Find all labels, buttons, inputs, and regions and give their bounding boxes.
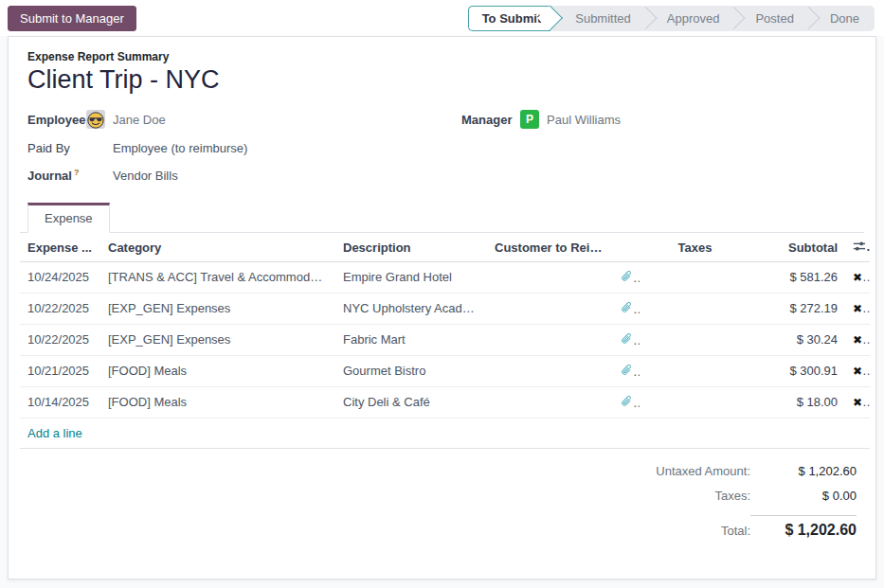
cell-customer[interactable]: [487, 355, 613, 386]
delete-line-icon[interactable]: ✖: [853, 364, 870, 378]
cell-date[interactable]: 10/22/2025: [20, 293, 100, 324]
notebook-tabs: Expense: [20, 203, 864, 233]
untaxed-amount-value: $ 1,202.60: [750, 464, 857, 478]
manager-avatar: P: [520, 110, 539, 129]
cell-subtotal[interactable]: $ 30.24: [750, 324, 845, 355]
total-value: $ 1,202.60: [750, 515, 857, 539]
submit-to-manager-button[interactable]: Submit to Manager: [8, 6, 136, 31]
cell-category[interactable]: [FOOD] Meals: [100, 355, 335, 386]
expense-row[interactable]: 10/24/2025 [TRANS & ACC] Travel & Accomm…: [20, 261, 870, 293]
cell-date[interactable]: 10/24/2025: [20, 261, 100, 293]
paperclip-icon[interactable]: [621, 332, 633, 347]
cell-subtotal[interactable]: $ 272.19: [750, 293, 845, 324]
cell-customer[interactable]: [487, 293, 613, 324]
paid-by-label: Paid By: [27, 141, 86, 155]
cell-category[interactable]: [EXP_GEN] Expenses: [100, 324, 335, 355]
col-header-expense-date[interactable]: Expense ...: [20, 233, 100, 261]
cell-attachment: [613, 355, 640, 386]
cell-attachment: [613, 324, 640, 355]
cell-taxes[interactable]: [640, 355, 750, 386]
employee-label: Employee: [27, 113, 86, 127]
tab-expense[interactable]: Expense: [27, 203, 110, 233]
delete-line-icon[interactable]: ✖: [853, 301, 870, 315]
untaxed-amount-label: Untaxed Amount:: [656, 464, 750, 478]
statusbar-step-posted[interactable]: Posted: [734, 6, 808, 31]
totals-section: Untaxed Amount: $ 1,202.60 Taxes: $ 0.00…: [20, 464, 864, 549]
total-row: Total: $ 1,202.60: [721, 513, 857, 539]
manager-value[interactable]: Paul Williams: [547, 113, 621, 127]
taxes-row: Taxes: $ 0.00: [714, 489, 857, 503]
col-header-description[interactable]: Description: [335, 233, 487, 261]
expense-row[interactable]: 10/21/2025 [FOOD] Meals Gourmet Bistro $…: [20, 355, 870, 386]
expense-row[interactable]: 10/14/2025 [FOOD] Meals City Deli & Café…: [20, 386, 870, 418]
cell-category[interactable]: [EXP_GEN] Expenses: [100, 293, 335, 324]
paid-by-field: Paid By Employee (to reimburse): [27, 141, 461, 155]
cell-taxes[interactable]: [640, 324, 750, 355]
cell-customer[interactable]: [487, 386, 613, 418]
expense-row[interactable]: 10/22/2025 [EXP_GEN] Expenses Fabric Mar…: [20, 324, 870, 355]
untaxed-amount-row: Untaxed Amount: $ 1,202.60: [656, 464, 857, 478]
add-line-row: Add a line: [20, 418, 870, 448]
taxes-label: Taxes:: [714, 489, 750, 503]
employee-avatar: [86, 110, 105, 129]
cell-date[interactable]: 10/14/2025: [20, 386, 100, 418]
expense-lines-table: Expense ... Category Description Custome…: [20, 233, 870, 449]
optional-columns-icon[interactable]: [853, 240, 866, 256]
col-header-attachment: [613, 233, 640, 261]
form-sheet: Expense Report Summary Client Trip - NYC…: [8, 36, 876, 579]
cell-customer[interactable]: [487, 261, 613, 293]
cell-attachment: [613, 261, 640, 293]
cell-date[interactable]: 10/22/2025: [20, 324, 100, 355]
col-header-settings: [845, 233, 870, 261]
col-header-customer[interactable]: Customer to Reinvoice: [487, 233, 613, 261]
paperclip-icon[interactable]: [621, 395, 633, 410]
cell-date[interactable]: 10/21/2025: [20, 355, 100, 386]
employee-field: Employee Jane Doe: [27, 110, 461, 129]
control-panel: Submit to Manager To Submit Submitted Ap…: [0, 0, 884, 36]
cell-category[interactable]: [TRANS & ACC] Travel & Accommodation: [100, 261, 335, 293]
col-header-category[interactable]: Category: [100, 233, 335, 261]
employee-value[interactable]: Jane Doe: [113, 113, 166, 127]
cell-description[interactable]: Gourmet Bistro: [335, 355, 487, 386]
cell-subtotal[interactable]: $ 300.91: [750, 355, 845, 386]
expense-row[interactable]: 10/22/2025 [EXP_GEN] Expenses NYC Uphols…: [20, 293, 870, 324]
cell-subtotal[interactable]: $ 581.26: [750, 261, 845, 293]
field-group: Employee Jane Doe Paid By Employee (to r…: [20, 110, 864, 195]
col-header-subtotal[interactable]: Subtotal: [750, 233, 845, 261]
paperclip-icon[interactable]: [621, 364, 633, 379]
cell-category[interactable]: [FOOD] Meals: [100, 386, 335, 418]
cell-taxes[interactable]: [640, 261, 750, 293]
paperclip-icon[interactable]: [621, 270, 633, 285]
cell-taxes[interactable]: [640, 293, 750, 324]
manager-label: Manager: [461, 113, 520, 127]
delete-line-icon[interactable]: ✖: [853, 332, 870, 347]
manager-field: Manager P Paul Williams: [461, 110, 864, 129]
journal-field: Journal? Vendor Bills: [27, 168, 461, 183]
summary-label: Expense Report Summary: [20, 50, 864, 63]
cell-attachment: [613, 293, 640, 324]
paid-by-value[interactable]: Employee (to reimburse): [113, 141, 247, 155]
cell-taxes[interactable]: [640, 386, 750, 418]
cell-subtotal[interactable]: $ 18.00: [750, 386, 845, 418]
statusbar-step-to-submit[interactable]: To Submit: [468, 6, 551, 31]
paperclip-icon[interactable]: [621, 301, 633, 316]
total-label: Total:: [721, 524, 750, 538]
cell-customer[interactable]: [487, 324, 613, 355]
cell-description[interactable]: Empire Grand Hotel: [335, 261, 487, 293]
statusbar-step-submitted[interactable]: Submitted: [550, 6, 646, 31]
journal-value[interactable]: Vendor Bills: [113, 169, 178, 183]
page-title[interactable]: Client Trip - NYC: [20, 65, 864, 95]
add-a-line-link[interactable]: Add a line: [27, 426, 82, 440]
table-header-row: Expense ... Category Description Custome…: [20, 233, 870, 261]
col-header-taxes[interactable]: Taxes: [640, 233, 750, 261]
cell-description[interactable]: NYC Upholstery Academy: [335, 293, 487, 324]
delete-line-icon[interactable]: ✖: [853, 395, 870, 409]
statusbar: To Submit Submitted Approved Posted Done: [468, 6, 875, 31]
cell-description[interactable]: City Deli & Café: [335, 386, 487, 418]
help-icon[interactable]: ?: [74, 168, 80, 177]
cell-description[interactable]: Fabric Mart: [335, 324, 487, 355]
cell-attachment: [613, 386, 640, 418]
delete-line-icon[interactable]: ✖: [853, 270, 870, 284]
taxes-value: $ 0.00: [750, 489, 857, 503]
statusbar-step-approved[interactable]: Approved: [646, 6, 735, 31]
